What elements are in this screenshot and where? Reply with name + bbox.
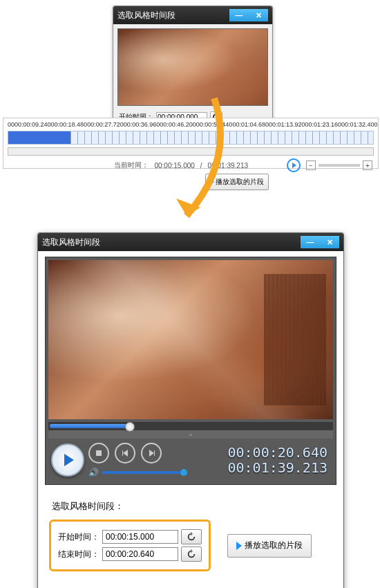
volume-slider[interactable] <box>102 471 184 474</box>
current-time-label: 当前时间： <box>114 160 149 170</box>
seek-bar[interactable] <box>48 422 333 430</box>
end-time-input[interactable] <box>102 547 178 561</box>
start-time-input[interactable] <box>102 530 178 544</box>
top-titlebar: 选取风格时间段 — ✕ <box>113 6 272 24</box>
chevron-down-icon[interactable]: ⌄ <box>48 430 333 439</box>
timeline-ticks: 00 00:00:09.240 00:00:18.480 00:00:27.72… <box>3 118 378 128</box>
set-end-button[interactable] <box>181 546 202 562</box>
prev-frame-button[interactable] <box>115 443 135 463</box>
main-titlebar: 选取风格时间段 — ✕ <box>38 233 343 251</box>
main-title: 选取风格时间段 <box>42 237 301 248</box>
zoom-out-button[interactable]: − <box>306 160 316 170</box>
video-thumbnail <box>117 28 268 106</box>
player-total-time: 00:01:39.213 <box>228 460 328 475</box>
main-minimize-button[interactable]: — <box>301 236 320 248</box>
form-section-title: 选取风格时间段： <box>52 500 330 513</box>
current-time-value: 00:00:15.000 <box>154 162 194 169</box>
player-current-time: 00:00:20.640 <box>228 445 328 460</box>
main-close-button[interactable]: ✕ <box>320 236 339 248</box>
start-time-label: 开始时间： <box>58 531 99 543</box>
zoom-in-button[interactable]: + <box>363 160 372 170</box>
play-selected-button[interactable]: 播放选取的片段 <box>227 534 312 558</box>
main-dialog: 选取风格时间段 — ✕ ⌄ 🔊 <box>37 232 344 588</box>
minimize-button[interactable]: — <box>229 9 249 21</box>
timeline-track[interactable] <box>8 131 374 145</box>
play-button[interactable] <box>51 443 84 477</box>
end-time-label: 结束时间： <box>58 549 99 560</box>
time-display: 00:00:20.640 00:01:39.213 <box>228 445 331 475</box>
timeline-strip: 00 00:00:09.240 00:00:18.480 00:00:27.72… <box>3 118 379 169</box>
timeline-selection[interactable] <box>8 131 70 144</box>
top-title: 选取风格时间段 <box>117 10 229 21</box>
total-time-value: 00:01:39.213 <box>208 162 248 169</box>
video-frame[interactable] <box>48 260 333 419</box>
speaker-icon[interactable]: 🔊 <box>88 468 99 477</box>
seek-knob[interactable] <box>125 422 135 432</box>
next-frame-button[interactable] <box>141 443 162 463</box>
zoom-slider[interactable] <box>319 164 360 167</box>
timeline-scrollbar[interactable] <box>8 147 374 156</box>
stop-button[interactable] <box>88 443 109 463</box>
set-start-button[interactable] <box>181 529 202 544</box>
close-button[interactable]: ✕ <box>249 9 268 21</box>
video-player: ⌄ 🔊 00:00:20.640 00:01:39.213 <box>45 257 336 485</box>
time-range-highlight: 开始时间： 结束时间： <box>49 520 211 571</box>
top-play-selected-button[interactable]: 播放选取的片段 <box>205 174 269 190</box>
timeline-play-button[interactable] <box>287 158 301 172</box>
